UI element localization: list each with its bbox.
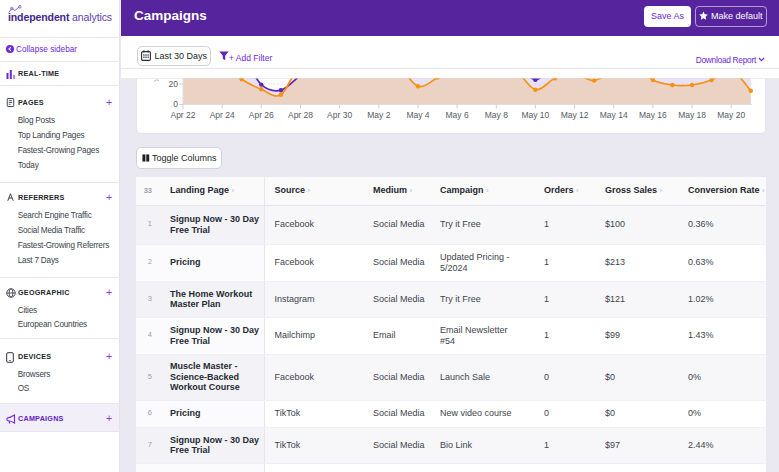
svg-text:May 14: May 14	[600, 110, 628, 120]
svg-text:0: 0	[173, 99, 178, 109]
svg-text:May 18: May 18	[678, 110, 706, 120]
svg-text:May 16: May 16	[639, 110, 667, 120]
svg-text:Apr 26: Apr 26	[249, 110, 274, 120]
svg-text:Apr 24: Apr 24	[210, 110, 235, 120]
svg-text:Apr 30: Apr 30	[327, 110, 352, 120]
svg-text:May 8: May 8	[485, 110, 508, 120]
svg-text:Apr 28: Apr 28	[288, 110, 313, 120]
svg-text:May 10: May 10	[521, 110, 549, 120]
svg-text:May 20: May 20	[717, 110, 745, 120]
svg-text:May 12: May 12	[561, 110, 589, 120]
svg-text:May 6: May 6	[446, 110, 469, 120]
svg-text:Apr 22: Apr 22	[170, 110, 195, 120]
svg-text:May 2: May 2	[367, 110, 390, 120]
svg-text:20: 20	[169, 79, 179, 89]
svg-text:May 4: May 4	[406, 110, 429, 120]
